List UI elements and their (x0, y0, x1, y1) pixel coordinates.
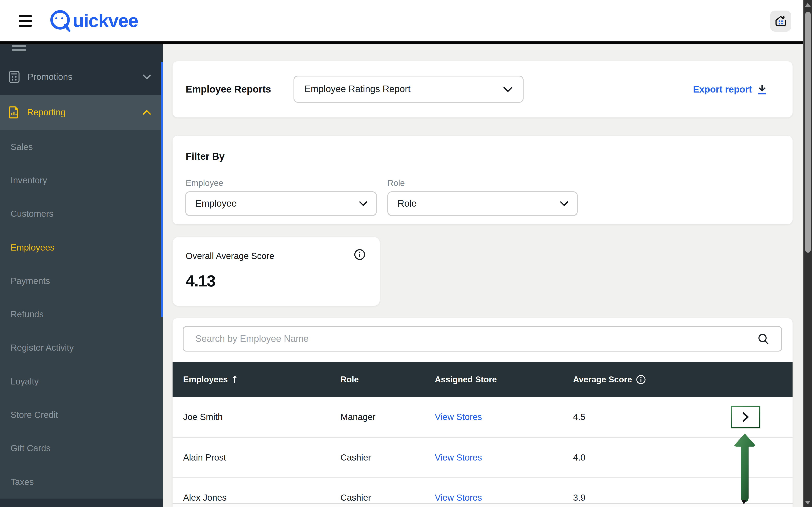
logo-q-icon (49, 9, 72, 32)
sidebar-item-promotions[interactable]: Promotions (0, 59, 163, 95)
sidebar-subitem[interactable]: Inventory (0, 164, 163, 197)
column-employees[interactable]: Employees (183, 375, 341, 384)
score-card-title: Overall Average Score (186, 251, 274, 261)
cell-average-score: 4.0 (573, 452, 793, 463)
chevron-down-icon (503, 87, 513, 92)
table-clip-area (172, 504, 793, 507)
scroll-up-arrow-icon[interactable] (805, 3, 811, 7)
report-selector-card: Employee Reports Employee Ratings Report… (172, 61, 793, 117)
filter-title: Filter By (186, 151, 224, 162)
chevron-down-icon (359, 201, 367, 206)
cell-average-score: 3.9 (573, 493, 793, 503)
search-icon[interactable] (757, 333, 769, 345)
reporting-section: Reporting Sales Inventory Customers Empl… (0, 95, 163, 499)
report-type-select[interactable]: Employee Ratings Report (294, 76, 523, 103)
table-row: Alain Prost Cashier View Stores 4.0 (172, 438, 793, 478)
chevron-down-icon (143, 74, 151, 79)
page-title: Employee Reports (186, 61, 271, 117)
employee-search (183, 326, 782, 351)
sidebar-subitem[interactable]: Gift Cards (0, 432, 163, 465)
sidebar-nav: Promotions Reporting (0, 44, 163, 507)
cell-employee-name: Alain Prost (183, 452, 341, 463)
scroll-down-arrow-icon[interactable] (805, 501, 811, 504)
window-scrollbar[interactable] (803, 0, 812, 507)
annotation-arrow-up (734, 434, 755, 503)
sort-ascending-icon (232, 375, 237, 384)
table-header-row: Employees Role Assigned Store Average Sc… (172, 362, 793, 397)
cell-employee-name: Joe Smith (183, 412, 341, 422)
export-report-button[interactable]: Export report (693, 61, 767, 117)
sidebar-item-reporting[interactable]: Reporting (0, 95, 163, 130)
chevron-up-icon (143, 110, 151, 115)
cell-role: Cashier (341, 452, 435, 463)
download-icon (757, 84, 767, 95)
home-icon (774, 15, 787, 27)
sidebar-subitem[interactable]: Refunds (0, 298, 163, 331)
role-filter-label: Role (388, 178, 405, 188)
cell-employee-name: Alex Jones (183, 493, 341, 503)
column-average-score[interactable]: Average Score (573, 375, 793, 384)
employee-table-card: Employees Role Assigned Store Average Sc… (172, 318, 793, 507)
home-store-button[interactable] (770, 11, 791, 32)
app-window: uickvee Promotions (0, 0, 812, 507)
chevron-down-icon (560, 201, 568, 206)
view-stores-link[interactable]: View Stores (435, 412, 482, 422)
info-icon[interactable] (354, 249, 365, 262)
info-icon[interactable] (636, 375, 646, 384)
promotions-icon (8, 70, 20, 83)
hamburger-menu-icon[interactable] (18, 15, 32, 26)
employee-filter-select[interactable]: Employee (185, 191, 377, 216)
sidebar-subitem[interactable]: Taxes (0, 465, 163, 499)
quickvee-logo[interactable]: uickvee (49, 9, 138, 32)
sidebar-subitem[interactable]: Register Activity (0, 331, 163, 365)
role-filter-select[interactable]: Role (388, 191, 578, 216)
sidebar-scrollbar-thumb[interactable] (161, 62, 163, 317)
cursor-artifact (742, 500, 747, 504)
cell-role: Manager (341, 412, 435, 422)
sidebar-subitem[interactable]: Sales (0, 130, 163, 164)
sidebar-subitem[interactable]: Employees (0, 231, 163, 264)
reporting-submenu: Sales Inventory Customers Employees Paym… (0, 95, 163, 499)
table-body: Joe Smith Manager View Stores 4.5 Alain … (172, 397, 793, 507)
sidebar-subitem[interactable]: Loyalty (0, 364, 163, 398)
reporting-icon (8, 106, 19, 119)
top-header: uickvee (0, 0, 812, 41)
sidebar-item-label: Promotions (28, 72, 72, 82)
sidebar-subitem[interactable]: Payments (0, 264, 163, 298)
clipped-menu-item-icon[interactable] (12, 45, 26, 51)
chevron-right-icon (741, 411, 750, 422)
view-stores-link[interactable]: View Stores (435, 452, 482, 462)
sidebar-subitem[interactable]: Customers (0, 197, 163, 231)
table-row: Joe Smith Manager View Stores 4.5 (172, 397, 793, 438)
row-expand-button[interactable] (731, 406, 760, 429)
overall-average-score-card: Overall Average Score 4.13 (172, 237, 380, 306)
overall-average-score-value: 4.13 (186, 272, 215, 290)
header-divider (0, 41, 803, 44)
column-role[interactable]: Role (341, 375, 435, 384)
scrollbar-thumb[interactable] (805, 12, 811, 252)
sidebar-item-label: Reporting (27, 107, 65, 117)
employee-filter-label: Employee (186, 178, 223, 188)
cell-role: Cashier (341, 493, 435, 503)
search-input[interactable] (195, 333, 757, 345)
sidebar-subitem[interactable]: Store Credit (0, 398, 163, 432)
column-assigned-store[interactable]: Assigned Store (435, 375, 573, 384)
filter-card: Filter By Employee Role Employee Role (172, 135, 793, 224)
logo-wordmark: uickvee (73, 10, 138, 31)
view-stores-link[interactable]: View Stores (435, 493, 482, 503)
